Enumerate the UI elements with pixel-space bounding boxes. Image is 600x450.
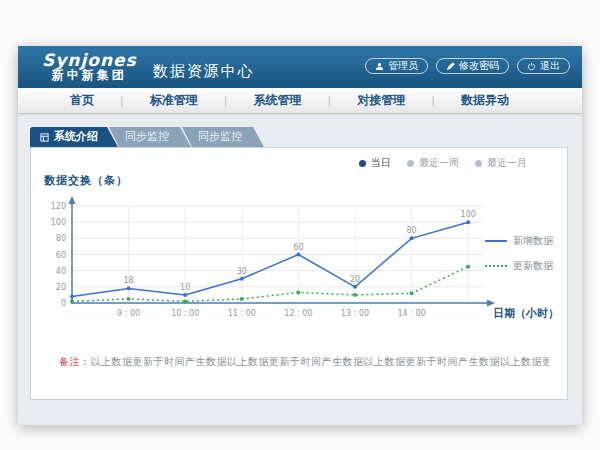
tab-bar: 系统介绍 同步监控 同步监控 — [30, 127, 264, 147]
svg-text:60: 60 — [56, 251, 66, 260]
time-range-filter: 当日 最近一周 最近一月 — [359, 156, 527, 170]
svg-text:18: 18 — [124, 276, 134, 285]
app-window: Synjones 新中新集团 数据资源中心 管理员 修改密码 退出 首页 | 标… — [18, 46, 582, 425]
radio-last-month[interactable]: 最近一月 — [475, 156, 527, 170]
page-title: 数据资源中心 — [153, 54, 255, 81]
radio-label: 当日 — [371, 156, 391, 170]
nav-item-standards[interactable]: 标准管理 — [124, 92, 224, 109]
admin-user-button[interactable]: 管理员 — [365, 58, 428, 74]
tab-system-intro[interactable]: 系统介绍 — [30, 127, 118, 147]
legend-label: 更新数据 — [513, 259, 553, 273]
svg-text:80: 80 — [56, 234, 66, 243]
legend-update-data: 更新数据 — [485, 259, 553, 273]
y-axis-title: 数据交换（条） — [44, 173, 128, 188]
note-text: 以上数据更新于时间产生数据以上数据更新于时间产生数据以上数据更新于时间产生数据以… — [91, 356, 550, 367]
svg-text:11 : 00: 11 : 00 — [228, 309, 256, 318]
svg-text:30: 30 — [237, 267, 247, 276]
svg-text:13 : 00: 13 : 00 — [341, 309, 369, 318]
content-area: 系统介绍 同步监控 同步监控 当日 最近一周 — [18, 114, 582, 425]
chart-panel: 当日 最近一周 最近一月 数据交换（条） 0204060801001209 : … — [30, 147, 568, 400]
svg-text:60: 60 — [293, 243, 303, 252]
change-password-button[interactable]: 修改密码 — [436, 58, 509, 74]
app-header: Synjones 新中新集团 数据资源中心 管理员 修改密码 退出 — [18, 46, 582, 88]
blue-line-icon — [485, 240, 507, 242]
footer-note: 备注：以上数据更新于时间产生数据以上数据更新于时间产生数据以上数据更新于时间产生… — [59, 355, 549, 369]
svg-text:80: 80 — [407, 226, 417, 235]
svg-text:20: 20 — [350, 275, 360, 284]
svg-text:100: 100 — [461, 210, 476, 219]
green-dotted-line-icon — [485, 265, 507, 267]
tab-label: 系统介绍 — [54, 127, 98, 147]
tab-label: 同步监控 — [125, 130, 169, 143]
svg-text:100: 100 — [51, 218, 66, 227]
radio-dot-icon — [475, 160, 482, 167]
chart-legend: 新增数据 更新数据 — [485, 234, 553, 284]
nav-item-home[interactable]: 首页 — [44, 92, 120, 109]
logo-brand-text: Synjones — [42, 52, 137, 68]
note-prefix: 备注： — [59, 356, 91, 367]
radio-today[interactable]: 当日 — [359, 156, 391, 170]
nav-item-system[interactable]: 系统管理 — [227, 92, 327, 109]
svg-text:14 : 00: 14 : 00 — [398, 309, 426, 318]
nav-item-data-change[interactable]: 数据异动 — [435, 92, 535, 109]
svg-text:日期（小时）: 日期（小时） — [493, 307, 559, 320]
tab-sync-monitor-1[interactable]: 同步监控 — [109, 127, 191, 147]
tab-sync-monitor-2[interactable]: 同步监控 — [182, 127, 264, 147]
radio-dot-icon — [407, 160, 414, 167]
user-icon — [375, 62, 384, 71]
svg-text:10: 10 — [180, 283, 190, 292]
tab-label: 同步监控 — [198, 130, 242, 143]
svg-text:20: 20 — [56, 283, 66, 292]
change-password-label: 修改密码 — [459, 59, 499, 73]
radio-label: 最近一周 — [419, 156, 459, 170]
radio-dot-icon — [359, 160, 366, 167]
logo[interactable]: Synjones 新中新集团 — [42, 52, 137, 82]
admin-user-label: 管理员 — [388, 59, 418, 73]
svg-text:10 : 00: 10 : 00 — [171, 309, 199, 318]
legend-new-data: 新增数据 — [485, 234, 553, 248]
user-actions: 管理员 修改密码 退出 — [365, 58, 570, 74]
radio-label: 最近一月 — [487, 156, 527, 170]
power-icon — [527, 62, 536, 71]
svg-text:120: 120 — [51, 202, 66, 211]
logout-label: 退出 — [540, 59, 560, 73]
main-nav: 首页 | 标准管理 | 系统管理 | 对接管理 | 数据异动 — [18, 88, 582, 114]
svg-text:40: 40 — [56, 267, 66, 276]
nav-item-connection[interactable]: 对接管理 — [331, 92, 431, 109]
edit-icon — [446, 62, 455, 71]
grid-icon — [40, 133, 49, 142]
legend-label: 新增数据 — [513, 234, 553, 248]
svg-text:12 : 00: 12 : 00 — [284, 309, 312, 318]
radio-last-week[interactable]: 最近一周 — [407, 156, 459, 170]
logout-button[interactable]: 退出 — [517, 58, 570, 74]
logo-company-text: 新中新集团 — [42, 68, 137, 82]
svg-text:9 : 00: 9 : 00 — [117, 309, 140, 318]
svg-text:0: 0 — [61, 299, 66, 308]
